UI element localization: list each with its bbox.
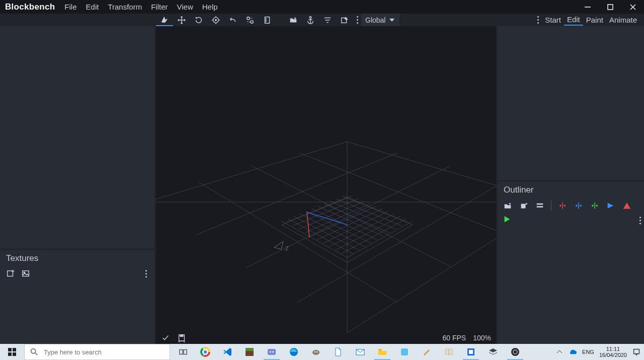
tool-filter[interactable] bbox=[319, 14, 336, 26]
taskbar-search[interactable] bbox=[24, 344, 170, 360]
close-icon bbox=[628, 3, 637, 12]
textures-import-button[interactable] bbox=[5, 268, 16, 279]
rotate-icon bbox=[194, 16, 203, 25]
taskbar-search-input[interactable] bbox=[44, 348, 165, 356]
mirror-y-icon bbox=[574, 201, 583, 210]
toolbar-overflow[interactable] bbox=[353, 14, 361, 26]
outliner-flag-button[interactable] bbox=[606, 201, 616, 211]
viewport-3d[interactable]: Z bbox=[156, 26, 496, 344]
svg-line-44 bbox=[317, 209, 382, 240]
search-icon bbox=[30, 347, 39, 356]
save-icon[interactable] bbox=[177, 333, 186, 342]
taskbar-app-notepad[interactable] bbox=[327, 344, 349, 360]
tool-pivot[interactable] bbox=[207, 14, 224, 26]
taskbar-app-book[interactable] bbox=[438, 344, 460, 360]
menu-transform[interactable]: Transform bbox=[103, 1, 146, 13]
taskbar-app-generic1[interactable] bbox=[393, 344, 416, 360]
mode-animate[interactable]: Animate bbox=[606, 15, 640, 25]
taskbar-app-edge[interactable] bbox=[283, 344, 305, 360]
svg-rect-80 bbox=[13, 352, 16, 356]
svg-rect-73 bbox=[537, 206, 543, 208]
tool-resize[interactable] bbox=[173, 14, 190, 26]
svg-point-98 bbox=[316, 351, 318, 353]
tray-lang[interactable]: ENG bbox=[582, 349, 594, 355]
chevron-up-icon[interactable] bbox=[556, 348, 563, 355]
window-maximize-button[interactable] bbox=[599, 0, 621, 14]
transform-space-label: Global bbox=[365, 16, 385, 24]
start-button[interactable] bbox=[0, 344, 24, 360]
taskbar-app-taskview[interactable] bbox=[172, 344, 194, 360]
mode-overflow[interactable] bbox=[534, 14, 542, 26]
svg-point-104 bbox=[511, 348, 519, 356]
left-panel-upper bbox=[0, 26, 154, 248]
pivot-icon bbox=[211, 16, 220, 25]
file-icon bbox=[333, 347, 343, 357]
taskbar-apps bbox=[172, 344, 526, 360]
toolbar-row: Global Start Edit Paint Animate bbox=[0, 14, 644, 26]
outliner-toggle-button[interactable] bbox=[535, 201, 545, 211]
onedrive-icon[interactable] bbox=[568, 347, 577, 356]
taskview-icon bbox=[179, 347, 188, 356]
taskbar-app-blockbench[interactable] bbox=[460, 344, 482, 360]
transform-space-dropdown[interactable]: Global bbox=[361, 14, 399, 26]
menu-file[interactable]: File bbox=[60, 1, 81, 13]
menu-edit[interactable]: Edit bbox=[82, 1, 104, 13]
notifications-icon[interactable] bbox=[632, 347, 641, 356]
dots-vertical-icon bbox=[357, 16, 358, 24]
outliner-mirror-x-button[interactable] bbox=[557, 201, 568, 211]
outliner-add-group-button[interactable] bbox=[503, 201, 513, 211]
outliner-play-button[interactable] bbox=[503, 215, 512, 226]
tool-edit[interactable] bbox=[336, 14, 353, 26]
taskbar-app-paint[interactable] bbox=[416, 344, 438, 360]
outliner-warning-button[interactable] bbox=[622, 201, 632, 211]
taskbar-app-mail[interactable] bbox=[349, 344, 371, 360]
textures-overflow[interactable] bbox=[140, 268, 151, 279]
outliner-mirror-y-button[interactable] bbox=[574, 201, 584, 211]
taskbar-app-obs[interactable] bbox=[504, 344, 526, 360]
folder-plus-icon bbox=[503, 201, 512, 210]
tool-add-cube[interactable] bbox=[285, 14, 302, 26]
image-plus-icon bbox=[6, 269, 15, 278]
svg-point-89 bbox=[204, 350, 207, 353]
svg-point-5 bbox=[215, 19, 217, 21]
tray-clock[interactable]: 11:11 16/04/2020 bbox=[599, 346, 627, 358]
mode-edit[interactable]: Edit bbox=[564, 14, 583, 26]
taskbar-app-vscode[interactable] bbox=[216, 344, 238, 360]
chevron-down-icon bbox=[388, 17, 395, 24]
taskbar-app-discord[interactable] bbox=[261, 344, 283, 360]
mode-paint[interactable]: Paint bbox=[583, 15, 606, 25]
menu-filter[interactable]: Filter bbox=[146, 1, 172, 13]
cursor-move-icon bbox=[160, 15, 169, 24]
window-minimize-button[interactable] bbox=[576, 0, 599, 14]
warning-icon bbox=[622, 201, 631, 210]
taskbar-app-vm[interactable] bbox=[482, 344, 504, 360]
svg-line-52 bbox=[330, 201, 395, 229]
mode-start[interactable]: Start bbox=[542, 15, 564, 25]
taskbar-app-gimp[interactable] bbox=[305, 344, 327, 360]
tool-vertex-snap[interactable] bbox=[224, 14, 242, 26]
outliner-mirror-z-button[interactable] bbox=[590, 201, 600, 211]
taskbar-app-minecraft[interactable] bbox=[238, 344, 261, 360]
outliner-overflow[interactable] bbox=[639, 217, 641, 224]
tool-swap[interactable] bbox=[242, 14, 259, 26]
svg-rect-79 bbox=[8, 352, 12, 356]
textures-toolbar bbox=[0, 267, 154, 280]
dots-vertical-icon bbox=[145, 270, 147, 278]
svg-line-42 bbox=[305, 204, 370, 233]
tool-anchor[interactable] bbox=[302, 14, 319, 26]
tool-move[interactable] bbox=[156, 14, 173, 26]
mail-icon bbox=[355, 347, 365, 357]
mirror-z-icon bbox=[590, 201, 599, 210]
textures-create-button[interactable] bbox=[20, 268, 31, 279]
window-close-button[interactable] bbox=[621, 0, 644, 14]
svg-text:Z: Z bbox=[285, 245, 289, 251]
undo-icon bbox=[228, 16, 237, 25]
outliner-add-cube-button[interactable] bbox=[519, 201, 529, 211]
menu-help[interactable]: Help bbox=[198, 1, 222, 13]
taskbar-app-chrome[interactable] bbox=[194, 344, 216, 360]
menu-view[interactable]: View bbox=[173, 1, 198, 13]
tool-rotate[interactable] bbox=[190, 14, 207, 26]
svg-rect-84 bbox=[184, 350, 187, 354]
tool-display[interactable] bbox=[259, 14, 276, 26]
taskbar-app-explorer[interactable] bbox=[371, 344, 393, 360]
